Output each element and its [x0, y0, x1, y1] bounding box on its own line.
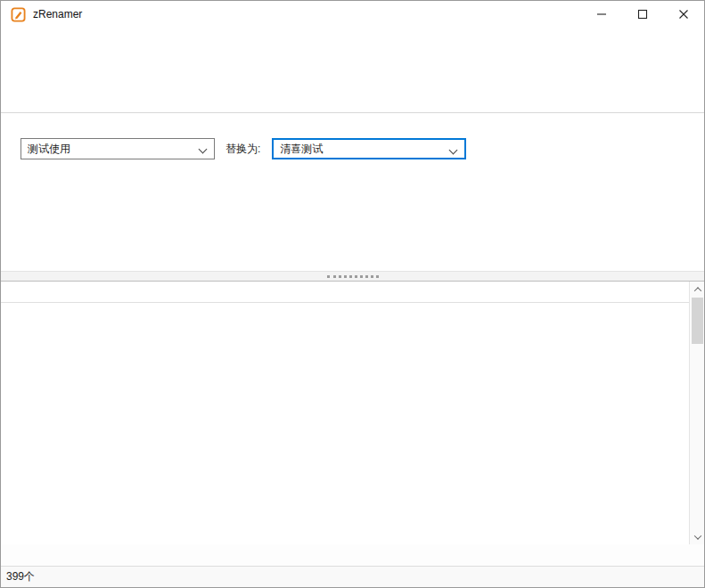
find-text-value: 测试使用	[28, 142, 70, 157]
app-logo-icon	[11, 7, 26, 22]
replace-text-combobox[interactable]: 清喜测试	[272, 138, 466, 159]
selection-bar	[1, 544, 704, 566]
replace-text-value: 清喜测试	[280, 142, 323, 157]
replace-tab-page: 测试使用 替换为: 清喜测试	[1, 113, 704, 271]
minimize-button[interactable]	[581, 1, 622, 28]
scroll-down-button[interactable]	[690, 529, 705, 544]
file-table	[1, 282, 704, 544]
scroll-up-button[interactable]	[690, 282, 705, 297]
status-bar: 399个	[1, 566, 704, 587]
app-window: zRenamer 测试使用 替换为: 清喜测试	[0, 0, 705, 588]
replace-inputs-row: 测试使用 替换为: 清喜测试	[1, 138, 704, 159]
title-bar: zRenamer	[1, 1, 704, 28]
splitter-grip-icon	[327, 275, 379, 278]
scrollbar-thumb[interactable]	[692, 298, 703, 344]
menu-bar	[1, 28, 704, 51]
chevron-up-icon	[693, 287, 701, 294]
pane-splitter[interactable]	[1, 271, 704, 282]
maximize-button[interactable]	[622, 1, 663, 28]
maximize-icon	[637, 9, 648, 20]
replace-options-row	[1, 113, 704, 127]
chevron-down-icon	[449, 146, 458, 155]
table-header-row	[1, 282, 689, 303]
close-button[interactable]	[663, 1, 704, 28]
toolbar	[1, 51, 704, 92]
minimize-icon	[596, 9, 607, 20]
file-count: 399个	[6, 569, 35, 584]
chevron-down-icon	[693, 532, 701, 539]
vertical-scrollbar[interactable]	[689, 282, 704, 544]
chevron-down-icon	[199, 145, 208, 154]
close-icon	[678, 9, 689, 20]
find-text-combobox[interactable]: 测试使用	[20, 138, 215, 159]
tab-strip	[1, 92, 704, 113]
window-title: zRenamer	[33, 8, 82, 20]
window-controls	[581, 1, 704, 28]
replace-with-label: 替换为:	[225, 142, 260, 157]
